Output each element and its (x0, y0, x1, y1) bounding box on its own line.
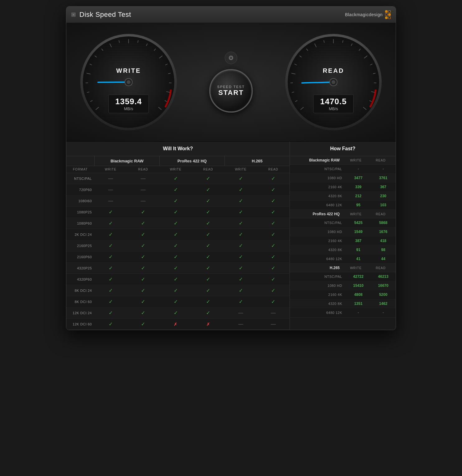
check-mark-icon: ✓ (174, 221, 178, 226)
list-item: NTSC/PAL 5425 5868 (290, 218, 396, 227)
row-cell: ✓ (224, 195, 257, 206)
row-format-label: 4320p60 (66, 275, 94, 284)
row-cell: ✓ (192, 296, 225, 307)
row-format-label: 2160p25 (66, 241, 94, 250)
check-mark-icon: ✓ (109, 221, 113, 226)
hf-write-value: 91 (346, 245, 371, 254)
table-row: 8K DCI 60✓✓✓✓✓✓ (66, 296, 290, 307)
row-cell: ✓ (159, 285, 192, 296)
check-mark-icon: ✓ (271, 277, 275, 282)
dash-icon: — (238, 310, 243, 315)
hf-read-value: 1462 (371, 299, 396, 308)
row-cell: ✓ (94, 240, 127, 251)
check-mark-icon: ✓ (206, 243, 210, 248)
check-mark-icon: ✓ (239, 299, 243, 304)
check-mark-icon: ✓ (239, 288, 243, 293)
row-cell: ✓ (257, 296, 290, 307)
row-cell: ✓ (224, 207, 257, 217)
table-row: 1080p25✓✓✓✓✓✓ (66, 207, 290, 218)
check-mark-icon: ✓ (206, 299, 210, 304)
row-cell: ✓ (159, 207, 192, 217)
row-cell: — (127, 173, 160, 184)
check-mark-icon: ✓ (206, 176, 210, 181)
list-item: 6480 12K 95 103 (290, 201, 396, 210)
hf-format-label: 1080 HD (290, 282, 346, 290)
row-cell: ✓ (94, 263, 127, 273)
col-group-bmraw: Blackmagic RAW (94, 156, 159, 166)
list-item: 2160 4K 4808 5200 (290, 290, 396, 299)
row-cell: ✓ (257, 195, 290, 206)
check-mark-icon: ✓ (206, 187, 210, 192)
hf-section: ProRes 422 HQ WRITE READ NTSC/PAL 5425 5… (290, 210, 396, 264)
row-cell: ✓ (159, 274, 192, 285)
row-cell: ✓ (224, 240, 257, 251)
hf-format-label: 6480 12K (290, 255, 346, 263)
check-mark-icon: ✓ (174, 288, 178, 293)
settings-button[interactable]: ⚙ (225, 52, 237, 64)
check-mark-icon: ✓ (174, 198, 178, 203)
row-cell: ✗ (159, 319, 192, 329)
dash-icon: — (238, 321, 243, 327)
row-cell: ✓ (192, 184, 225, 195)
row-format-label: 12K DCI 60 (66, 320, 94, 329)
check-mark-icon: ✓ (141, 288, 145, 293)
hf-section: H.265 WRITE READ NTSC/PAL 42722 46213 10… (290, 264, 396, 318)
hf-group-header: ProRes 422 HQ WRITE READ (290, 210, 396, 218)
hf-format-label: 4320 8K (290, 300, 346, 308)
check-mark-icon: ✓ (239, 176, 243, 181)
check-mark-icon: ✓ (239, 243, 243, 248)
check-mark-icon: ✓ (271, 176, 275, 181)
row-cell: ✓ (94, 218, 127, 229)
check-mark-icon: ✓ (141, 299, 145, 304)
list-item: 1080 HD 1549 1676 (290, 227, 396, 236)
start-sub-label: SPEED TEST (217, 85, 245, 89)
list-item: NTSC/PAL - - (290, 165, 396, 174)
row-cell: ✓ (127, 207, 160, 217)
hf-read-value: 5868 (371, 218, 396, 227)
table-row: 2160p25✓✓✓✓✓✓ (66, 240, 290, 251)
check-mark-icon: ✓ (109, 209, 113, 215)
check-mark-icon: ✓ (239, 265, 243, 271)
check-mark-icon: ✓ (109, 288, 113, 293)
hf-group-name: H.265 (292, 266, 343, 270)
check-mark-icon: ✓ (174, 310, 178, 315)
row-cell: ✓ (192, 195, 225, 206)
hf-write-value: 41 (346, 254, 371, 263)
row-cell: ✓ (127, 240, 160, 251)
col-group-h265: H.265 (224, 156, 290, 166)
read-gauge: READ 1470.5 MB/s (284, 32, 383, 132)
table-row: 1080i60——✓✓✓✓ (66, 195, 290, 207)
row-format-label: 12K DCI 24 (66, 309, 94, 317)
brand-icon (385, 10, 391, 19)
sub-h265-read: READ (257, 166, 290, 173)
brand-logo: Blackmagicdesign (345, 10, 391, 19)
row-cell: ✓ (224, 285, 257, 296)
gauges-section: WRITE 1359.4 MB/s ⚙ SPEED TEST START (66, 23, 396, 142)
row-cell: ✓ (224, 173, 257, 184)
col-empty (66, 156, 94, 166)
read-value: 1470.5 (320, 97, 347, 106)
brand-dot-5 (385, 16, 388, 19)
sub-format: FORMAT (66, 166, 94, 173)
row-cell: ✗ (192, 319, 225, 329)
check-mark-icon: ✓ (271, 288, 275, 293)
check-mark-icon: ✓ (109, 321, 113, 327)
row-cell: ✓ (127, 218, 160, 229)
start-button[interactable]: SPEED TEST START (209, 69, 253, 113)
hf-write-value: 339 (346, 183, 371, 191)
dash-icon: — (108, 176, 113, 181)
dash-icon: — (271, 321, 276, 327)
cross-mark-icon: ✗ (174, 322, 177, 327)
row-cell: ✓ (159, 307, 192, 318)
app-window: × Disk Speed Test Blackmagicdesign (66, 6, 396, 330)
read-value-box: 1470.5 MB/s (313, 95, 354, 113)
close-button[interactable]: × (71, 12, 76, 17)
row-cell: ✓ (94, 307, 127, 318)
write-unit: MB/s (115, 106, 142, 111)
row-cell: ✓ (257, 274, 290, 285)
row-cell: — (224, 308, 257, 318)
hf-write-label: WRITE (343, 159, 368, 162)
row-cell: ✓ (257, 218, 290, 229)
hf-write-label: WRITE (343, 266, 368, 270)
hf-read-value: - (371, 308, 396, 317)
